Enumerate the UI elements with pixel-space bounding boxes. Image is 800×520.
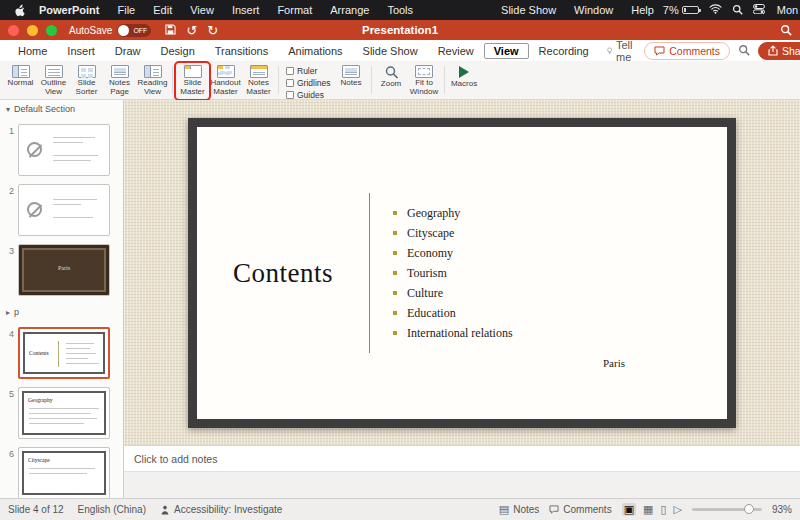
- slideshow-switch-icon[interactable]: ▷: [674, 503, 682, 516]
- titlebar-search-icon[interactable]: [780, 24, 792, 36]
- ribbon-search-icon[interactable]: [738, 44, 750, 58]
- menu-item-tools[interactable]: Tools: [378, 4, 422, 16]
- control-center-icon[interactable]: [753, 4, 765, 16]
- slide-thumb-row-4: 4 Contents: [0, 327, 119, 379]
- slide-master-button[interactable]: Slide Master: [176, 63, 209, 99]
- autosave-label: AutoSave: [69, 25, 112, 36]
- menu-item-help[interactable]: Help: [622, 4, 663, 16]
- menu-item-edit[interactable]: Edit: [144, 4, 181, 16]
- tab-recording[interactable]: Recording: [529, 43, 599, 59]
- bullet-item: Cityscape: [393, 227, 513, 239]
- tab-design[interactable]: Design: [151, 43, 205, 59]
- redo-icon[interactable]: ↻: [207, 23, 218, 38]
- autosave-control[interactable]: AutoSave OFF: [69, 24, 151, 37]
- search-status-icon[interactable]: [732, 4, 743, 17]
- battery-status[interactable]: 7%: [663, 4, 699, 16]
- share-button[interactable]: Share: [758, 42, 800, 60]
- fit-to-window-button[interactable]: Fit to Window: [408, 63, 441, 99]
- guides-checkbox-label: Guides: [297, 90, 324, 100]
- share-button-label: Share: [782, 45, 800, 57]
- undo-icon[interactable]: ↺: [186, 23, 197, 38]
- accessibility-check[interactable]: Accessibility: Investigate: [160, 504, 282, 515]
- ruler-checkbox[interactable]: Ruler: [286, 66, 331, 76]
- tab-insert[interactable]: Insert: [57, 43, 105, 59]
- menu-item-view[interactable]: View: [181, 4, 223, 16]
- slide-sorter-button[interactable]: Slide Sorter: [70, 63, 103, 99]
- reading-view-button[interactable]: Reading View: [136, 63, 169, 99]
- slide-thumb-row-2: 2: [0, 184, 119, 236]
- statusbar-notes-button[interactable]: ▤ Notes: [499, 503, 540, 516]
- zoom-button[interactable]: Zoom: [375, 63, 408, 91]
- view-switcher: ▣ ▦ ▯ ▷: [622, 503, 682, 516]
- tab-animations[interactable]: Animations: [278, 43, 352, 59]
- menu-item-window[interactable]: Window: [565, 4, 622, 16]
- zoom-slider-knob[interactable]: [744, 504, 754, 514]
- notes-pane[interactable]: Click to add notes: [124, 445, 800, 471]
- slide-4-thumbnail[interactable]: Contents: [18, 327, 110, 379]
- menu-item-file[interactable]: File: [109, 4, 145, 16]
- slide-3-thumbnail[interactable]: Paris: [18, 244, 110, 296]
- language-indicator[interactable]: English (China): [78, 504, 146, 515]
- slide-sorter-switch-icon[interactable]: ▦: [643, 503, 653, 516]
- tab-home[interactable]: Home: [8, 43, 57, 59]
- save-icon[interactable]: [165, 23, 176, 38]
- bullet-item: International relations: [393, 327, 513, 339]
- normal-view-switch-icon[interactable]: ▣: [622, 503, 636, 516]
- tell-me-button[interactable]: Tell me: [599, 39, 645, 63]
- notes-icon: ▤: [499, 503, 509, 516]
- tab-review[interactable]: Review: [428, 43, 484, 59]
- menu-item-insert[interactable]: Insert: [223, 4, 269, 16]
- tab-slide-show[interactable]: Slide Show: [353, 43, 428, 59]
- zoom-percentage[interactable]: 93%: [772, 504, 792, 515]
- slide-4-title: Contents: [29, 350, 49, 356]
- normal-view-button[interactable]: Normal: [4, 63, 37, 90]
- notes-master-button[interactable]: Notes Master: [242, 63, 275, 99]
- close-window-button[interactable]: [8, 25, 19, 36]
- tab-transitions[interactable]: Transitions: [205, 43, 278, 59]
- powerpoint-title-bar: AutoSave OFF ↺ ↻ Presentation1: [0, 20, 800, 40]
- guides-checkbox[interactable]: Guides: [286, 90, 331, 100]
- tab-view[interactable]: View: [484, 43, 529, 59]
- bullet-marker: [393, 231, 397, 235]
- gridlines-checkbox[interactable]: Gridlines: [286, 78, 331, 88]
- notes-page-label: Notes Page: [103, 79, 136, 97]
- slide-1-number: 1: [0, 124, 18, 176]
- section-header-2[interactable]: ▸ p: [0, 303, 123, 319]
- slide-5-title: Geography: [28, 397, 52, 403]
- comments-button[interactable]: Comments: [644, 42, 730, 60]
- macos-menu-bar: PowerPoint File Edit View Insert Format …: [0, 0, 800, 20]
- slide-5-thumbnail[interactable]: Geography: [18, 387, 110, 439]
- slide-title-placeholder[interactable]: Contents: [197, 127, 369, 419]
- zoom-window-button[interactable]: [46, 25, 57, 36]
- menu-item-format[interactable]: Format: [268, 4, 321, 16]
- menu-item-arrange[interactable]: Arrange: [321, 4, 378, 16]
- zoom-slider[interactable]: [692, 508, 762, 511]
- tab-draw[interactable]: Draw: [105, 43, 151, 59]
- apple-menu-icon[interactable]: [10, 4, 30, 17]
- menu-item-powerpoint[interactable]: PowerPoint: [30, 4, 109, 16]
- reading-view-label: Reading View: [136, 79, 169, 97]
- normal-view-label: Normal: [8, 79, 34, 88]
- slide-content-placeholder[interactable]: Geography Cityscape Economy Tourism Cult…: [393, 207, 513, 347]
- slide-2-thumbnail[interactable]: [18, 184, 110, 236]
- ribbon-notes-button[interactable]: Notes: [335, 63, 368, 90]
- handout-master-button[interactable]: Handout Master: [209, 63, 242, 99]
- slide-6-thumbnail[interactable]: Cityscape: [18, 447, 110, 498]
- autosave-toggle[interactable]: OFF: [117, 24, 151, 37]
- accessibility-label: Accessibility: Investigate: [174, 504, 282, 515]
- slide-1-thumbnail[interactable]: [18, 124, 110, 176]
- menu-item-slide-show[interactable]: Slide Show: [492, 4, 565, 16]
- notes-page-button[interactable]: Notes Page: [103, 63, 136, 99]
- minimize-window-button[interactable]: [27, 25, 38, 36]
- outline-view-button[interactable]: Outline View: [37, 63, 70, 99]
- slide-footer-text[interactable]: Paris: [603, 357, 625, 369]
- macros-button[interactable]: Macros: [448, 63, 481, 91]
- wifi-icon[interactable]: [709, 4, 722, 16]
- reading-view-switch-icon[interactable]: ▯: [660, 503, 666, 516]
- statusbar-comments-button[interactable]: Comments: [549, 504, 611, 515]
- section-header-default[interactable]: ▾ Default Section: [0, 100, 123, 116]
- menu-bar-clock[interactable]: Mon Jan 29 23:10: [775, 4, 800, 16]
- current-slide[interactable]: Contents Geography Cityscape Economy Tou…: [188, 118, 736, 428]
- ribbon-separator: [444, 66, 445, 94]
- ribbon-view-tab: Normal Outline View Slide Sorter Notes P…: [0, 61, 800, 100]
